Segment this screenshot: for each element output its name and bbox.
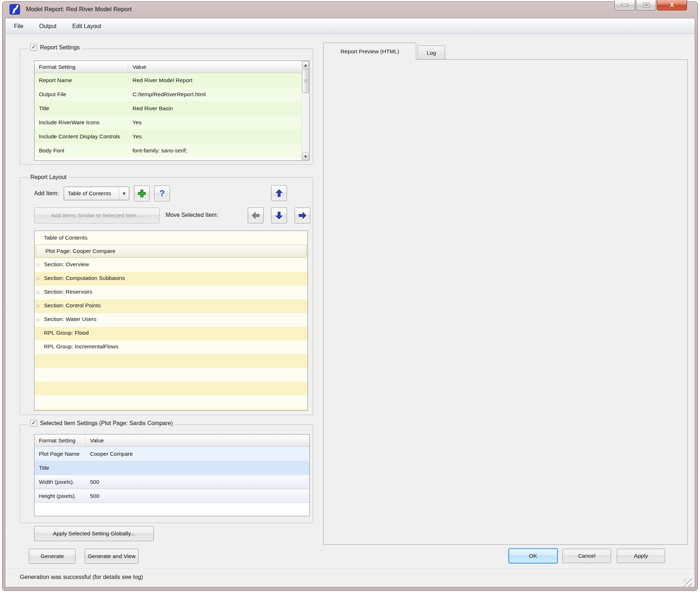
expander-icon[interactable]: ▷ [37,289,44,295]
setting-name-cell: Include Content Display Controls [35,133,128,140]
report-layout-label: Report Layout [30,174,67,180]
report-layout-list: Table of ContentsPlot Page: Cooper Compa… [34,231,308,411]
setting-value-cell: Red River Basin [128,105,309,112]
close-icon: X [670,1,674,9]
layout-item-label: Plot Page: Cooper Compare [45,248,116,254]
scroll-thumb[interactable] [302,69,309,93]
layout-item[interactable]: RPL Group: Flood [35,326,308,340]
column-header[interactable]: Value [128,61,309,73]
generate-and-view-button[interactable]: Generate and View [85,549,139,564]
model-report-dialog: Model Report: Red River Model Report X F… [0,0,700,593]
setting-value-cell: 500 [86,493,309,499]
menu-bar: File Output Edit Layout [5,18,695,34]
column-header[interactable]: Value [86,434,309,446]
layout-item[interactable]: ▷Section: Overview [35,258,308,271]
help-button[interactable]: ? [154,186,170,201]
generate-button[interactable]: Generate [29,549,76,564]
menu-output[interactable]: Output [39,23,57,30]
layout-item-label: Section: Control Points [44,302,101,309]
setting-name-cell: Output File [35,91,128,98]
help-icon: ? [160,188,165,199]
layout-item-label: Table of Contents [44,235,88,241]
menu-edit-layout[interactable]: Edit Layout [72,23,101,30]
selected-item-settings-table: Format Setting Value Plot Page NameCoope… [34,434,310,516]
tab-log[interactable]: Log [418,45,445,60]
layout-item-label: Section: Reservoirs [44,289,92,295]
column-header[interactable]: Format Setting [35,434,86,446]
setting-name-cell: Body Font [35,147,128,154]
layout-item[interactable]: ▷Section: Control Points [35,299,308,312]
resize-grip[interactable] [683,579,692,587]
table-row[interactable]: Body Fontfont-family: sans-serif; [35,143,309,157]
layout-item-label: RPL Group: Flood [44,330,89,336]
layout-item[interactable]: RPL Group: IncrementalFlows [35,340,308,353]
expander-icon[interactable]: ▷ [37,262,44,267]
table-row[interactable]: Report NameRed River Model Report [35,73,309,87]
layout-item[interactable]: ▷Section: Computation Subbasins [35,271,308,285]
setting-value-cell: 500 [86,479,309,485]
tab-report-preview[interactable]: Report Preview (HTML) [323,43,416,60]
setting-value-cell: C:/temp/RedRiverReport.html [128,91,309,98]
arrow-up-icon [274,188,284,198]
report-settings-table-header: Format Setting Value [35,61,309,73]
layout-item[interactable]: Table of Contents [35,231,308,245]
table-row[interactable]: Include RiverWare IconsYes [35,115,309,129]
layout-item-selected[interactable]: Plot Page: Cooper Compare [36,245,306,258]
scroll-up-button[interactable]: ▲ [302,61,309,68]
layout-item-label: Section: Overview [44,261,89,268]
move-left-button[interactable] [248,208,264,223]
report-settings-checkbox[interactable] [30,44,37,51]
selected-item-settings-checkbox[interactable] [30,420,37,427]
layout-item[interactable]: ▷Section: Water Users [35,312,308,326]
table-row[interactable]: Width (pixels).500 [35,475,309,489]
menu-file[interactable]: File [14,23,23,30]
cancel-button[interactable]: Cancel [562,549,611,563]
report-layout-group-label: Report Layout [28,174,69,180]
selected-item-table-header: Format Setting Value [35,434,309,447]
table-row[interactable]: Title [35,461,309,475]
table-row[interactable]: Height (pixels).500 [35,489,309,503]
expander-icon[interactable]: ▷ [37,303,44,308]
apply-globally-button[interactable]: Apply Selected Setting Globally... [34,526,154,541]
setting-value-cell: Yes [128,119,309,126]
move-down-button[interactable] [271,208,287,223]
report-settings-table: Format Setting Value Report NameRed Rive… [34,61,310,161]
arrow-down-icon [274,211,284,220]
column-header[interactable]: Format Setting [35,61,128,73]
table-row[interactable]: TitleRed River Basin [35,101,309,115]
report-settings-group-label: Report Settings [28,44,82,51]
close-button[interactable]: X [657,0,687,10]
minimize-button[interactable] [614,0,635,10]
table-row[interactable]: Plot Page NameCooper Compare [35,447,309,461]
maximize-button[interactable] [636,0,656,10]
setting-value-cell: Cooper Compare [86,451,309,457]
expander-icon[interactable]: ▷ [37,276,44,281]
add-similar-button[interactable]: Add Items Similar to Selected Item ... [34,208,160,223]
status-message: Generation was successful (for details s… [20,574,143,580]
layout-item-label: Section: Water Users [44,316,97,322]
selected-item-settings-label: Selected Item Settings (Plot Page: Sardi… [40,420,173,427]
add-item-label: Add Item: [34,190,59,197]
add-item-combo[interactable]: Table of Contents ▼ [64,187,129,200]
plus-icon [137,189,147,198]
layout-item[interactable]: ▷Section: Reservoirs [35,285,308,299]
setting-name-cell: Include RiverWare Icons [35,119,128,126]
settings-table-scrollbar[interactable]: ▲ ▼ [301,61,309,160]
setting-value-cell: Red River Model Report [128,77,309,84]
apply-button[interactable]: Apply [617,549,665,563]
expander-icon[interactable]: ▷ [37,317,44,322]
layout-item-label: Section: Computation Subbasins [44,275,125,281]
riverware-app-icon [9,4,20,15]
move-selected-item-label: Move Selected Item: [166,212,218,218]
add-item-button[interactable] [134,186,150,201]
setting-name-cell: Report Name [35,77,128,84]
table-row[interactable]: Include Content Display ControlsYes [35,129,309,143]
status-separator [5,569,695,569]
setting-value-cell: Yes [128,133,309,140]
move-up-button[interactable] [271,185,287,201]
scroll-down-button[interactable]: ▼ [302,153,309,160]
window-title: Model Report: Red River Model Report [26,6,132,13]
table-row[interactable]: Output FileC:/temp/RedRiverReport.html [35,87,309,101]
move-right-button[interactable] [295,208,310,223]
ok-button[interactable]: OK [509,549,557,563]
